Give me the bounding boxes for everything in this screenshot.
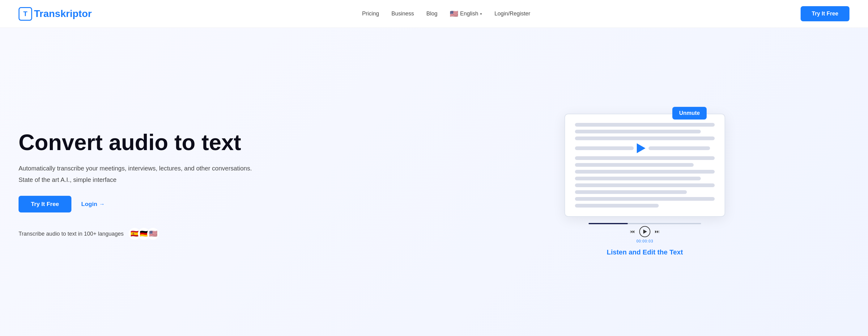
doc-line <box>575 177 701 180</box>
nav-login-register[interactable]: Login/Register <box>494 10 530 17</box>
audio-player: ⏮ ⏭ 00:00:03 <box>564 223 725 243</box>
timestamp: 00:00:03 <box>637 239 653 243</box>
logo-icon: T <box>19 7 32 21</box>
player-controls: ⏮ ⏭ <box>630 226 660 237</box>
hero-actions: Try It Free Login → <box>19 196 428 212</box>
header: T Transkriptor Pricing Business Blog 🇺🇸 … <box>0 0 868 28</box>
forward-button[interactable]: ⏭ <box>655 229 660 234</box>
hero-subtitle: Automatically transcribe your meetings, … <box>19 163 428 173</box>
doc-line <box>575 197 715 201</box>
hero-title: Convert audio to text <box>19 130 428 155</box>
play-button[interactable] <box>639 226 650 237</box>
languages-text: Transcribe audio to text in 100+ languag… <box>19 231 124 237</box>
rewind-icon: ⏮ <box>630 229 635 234</box>
arrow-right-icon: → <box>99 201 105 207</box>
language-label: English <box>460 10 478 17</box>
chevron-down-icon: ▾ <box>480 12 482 16</box>
doc-line-left <box>575 146 634 150</box>
hero-left: Convert audio to text Automatically tran… <box>19 130 440 240</box>
play-triangle-icon <box>643 230 647 234</box>
mockup-container: Unmute <box>564 114 725 256</box>
doc-line-right <box>649 146 710 150</box>
play-arrow-icon <box>637 143 645 153</box>
listen-edit-label: Listen and Edit the Text <box>564 248 725 256</box>
hero-tagline: State of the art A.I., simple interface <box>19 176 428 183</box>
progress-bar[interactable] <box>589 223 701 224</box>
hero-section: Convert audio to text Automatically tran… <box>0 28 868 336</box>
nav-pricing[interactable]: Pricing <box>362 10 379 17</box>
doc-line <box>575 163 694 167</box>
logo[interactable]: T Transkriptor <box>19 7 92 21</box>
nav-blog[interactable]: Blog <box>426 10 437 17</box>
doc-line <box>575 130 701 133</box>
flag-circles: 🇪🇸 🇩🇪 🇺🇸 <box>129 228 159 240</box>
flag-usa: 🇺🇸 <box>147 228 159 240</box>
doc-line <box>575 123 715 127</box>
progress-bar-fill <box>589 223 628 224</box>
play-circle <box>639 226 650 237</box>
rewind-button[interactable]: ⏮ <box>630 229 635 234</box>
doc-line <box>575 136 715 140</box>
forward-icon: ⏭ <box>655 229 660 234</box>
flag-us-icon: 🇺🇸 <box>450 10 458 18</box>
doc-lines <box>575 123 715 207</box>
language-selector[interactable]: 🇺🇸 English ▾ <box>450 10 482 18</box>
main-nav: Pricing Business Blog 🇺🇸 English ▾ Login… <box>362 10 530 18</box>
languages-row: Transcribe audio to text in 100+ languag… <box>19 228 428 240</box>
doc-line-play-row <box>575 143 715 153</box>
hero-login-link[interactable]: Login → <box>81 201 105 207</box>
doc-line <box>575 170 715 174</box>
logo-letter: T <box>23 10 27 18</box>
doc-line <box>575 204 659 207</box>
document-mockup <box>564 114 725 217</box>
doc-line <box>575 156 715 160</box>
header-try-btn[interactable]: Try It Free <box>801 6 849 21</box>
doc-line <box>575 183 715 187</box>
doc-line <box>575 190 687 194</box>
hero-try-btn[interactable]: Try It Free <box>19 196 71 212</box>
nav-business[interactable]: Business <box>391 10 414 17</box>
hero-right: Unmute <box>440 114 849 256</box>
logo-text: Transkriptor <box>34 8 92 20</box>
unmute-badge[interactable]: Unmute <box>672 107 707 120</box>
